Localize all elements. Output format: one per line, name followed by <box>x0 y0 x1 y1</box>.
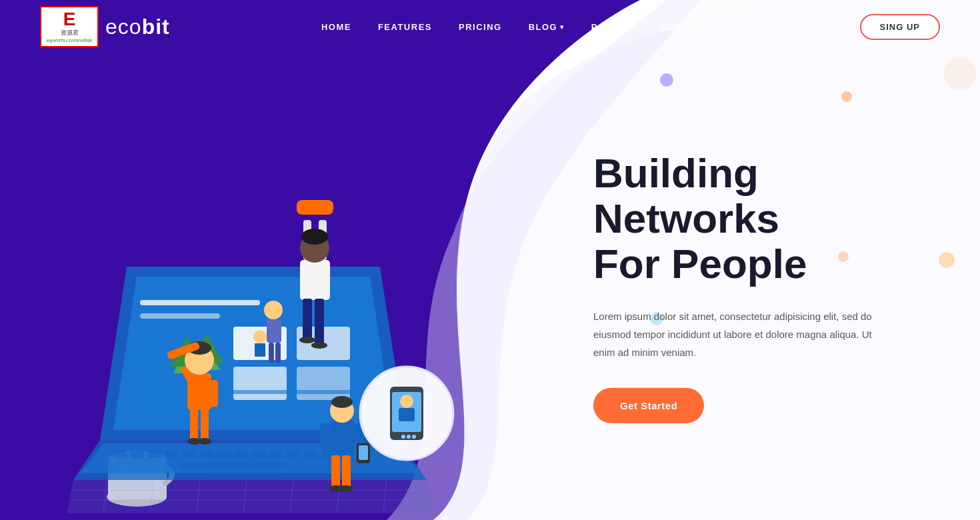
svg-point-58 <box>198 438 211 445</box>
nav-blog-label: BLOG <box>529 22 558 32</box>
svg-rect-23 <box>255 343 265 357</box>
svg-point-79 <box>339 485 353 492</box>
brand-name-bold: bit <box>142 15 170 39</box>
svg-rect-33 <box>200 450 213 458</box>
svg-rect-44 <box>213 455 280 475</box>
svg-rect-31 <box>165 450 179 458</box>
main-nav: HOME FEATURES PRICING BLOG ▾ PAGES ▾ CON… <box>321 22 709 32</box>
svg-rect-61 <box>210 380 218 407</box>
hero-description: Lorem ipsum dolor sit amet, consectetur … <box>593 307 887 361</box>
svg-rect-75 <box>330 420 354 457</box>
blog-chevron-icon: ▾ <box>560 23 565 31</box>
brand-logo[interactable]: ecobit <box>105 15 170 39</box>
svg-rect-80 <box>320 423 329 450</box>
svg-rect-77 <box>342 455 351 489</box>
svg-rect-12 <box>140 300 260 305</box>
svg-rect-96 <box>267 319 281 343</box>
svg-point-22 <box>253 330 267 343</box>
hero-title-line2: For People <box>593 241 807 287</box>
svg-rect-25 <box>140 400 307 404</box>
svg-point-1 <box>841 91 852 102</box>
svg-rect-30 <box>148 450 161 458</box>
hero-title: Building Networks For People <box>593 151 940 287</box>
svg-rect-56 <box>201 407 209 440</box>
nav-pages-dropdown[interactable]: PAGES ▾ <box>591 22 633 32</box>
nav-blog-dropdown[interactable]: BLOG ▾ <box>529 22 565 32</box>
svg-rect-55 <box>190 407 198 440</box>
watermark-badge: E 资源君 eyunzhu.com/vdisk <box>40 6 99 47</box>
svg-rect-24 <box>140 390 353 394</box>
watermark-site: 资源君 <box>61 29 79 37</box>
svg-rect-19 <box>233 367 287 400</box>
svg-point-5 <box>939 252 955 268</box>
svg-rect-38 <box>287 450 300 458</box>
svg-point-94 <box>412 435 416 439</box>
svg-rect-68 <box>300 260 330 300</box>
nav-features[interactable]: FEATURES <box>378 22 432 32</box>
svg-rect-29 <box>131 450 144 458</box>
svg-rect-83 <box>359 445 368 460</box>
svg-rect-70 <box>315 299 324 345</box>
svg-point-85 <box>331 396 353 408</box>
svg-rect-13 <box>140 313 220 319</box>
svg-rect-65 <box>297 200 333 215</box>
svg-point-93 <box>407 435 411 439</box>
svg-point-4 <box>943 57 977 90</box>
svg-rect-98 <box>275 343 281 363</box>
svg-rect-28 <box>113 450 127 458</box>
nav-pages-label: PAGES <box>591 22 626 32</box>
pages-chevron-icon: ▾ <box>629 23 633 31</box>
svg-point-0 <box>660 73 673 87</box>
svg-point-95 <box>264 301 283 319</box>
svg-point-71 <box>299 337 315 343</box>
svg-point-92 <box>401 435 405 439</box>
signup-button[interactable]: SING UP <box>860 14 940 40</box>
svg-point-90 <box>400 395 413 408</box>
svg-rect-21 <box>297 367 350 400</box>
hero-title-line1: Building Networks <box>593 150 779 241</box>
hero-illustration <box>67 67 480 520</box>
hero-cta-button[interactable]: Get Started <box>593 387 704 423</box>
svg-rect-32 <box>183 450 196 458</box>
svg-rect-39 <box>304 450 317 458</box>
svg-point-74 <box>301 229 328 245</box>
svg-marker-45 <box>67 480 433 513</box>
nav-contact[interactable]: CONTACT <box>659 22 708 32</box>
hero-content: Building Networks For People Lorem ipsum… <box>593 151 940 423</box>
brand-name-light: eco <box>105 15 142 39</box>
nav-pricing[interactable]: PRICING <box>459 22 502 32</box>
nav-home[interactable]: HOME <box>321 22 351 32</box>
header: E 资源君 eyunzhu.com/vdisk ecobit HOME FEAT… <box>0 0 980 53</box>
watermark-letter: E <box>63 10 76 29</box>
svg-rect-91 <box>399 408 415 421</box>
svg-rect-97 <box>269 343 274 363</box>
svg-rect-69 <box>303 299 312 339</box>
logo-area: E 资源君 eyunzhu.com/vdisk ecobit <box>40 6 170 47</box>
watermark-url: eyunzhu.com/vdisk <box>47 37 92 43</box>
svg-rect-76 <box>331 455 340 489</box>
svg-point-72 <box>311 342 327 349</box>
